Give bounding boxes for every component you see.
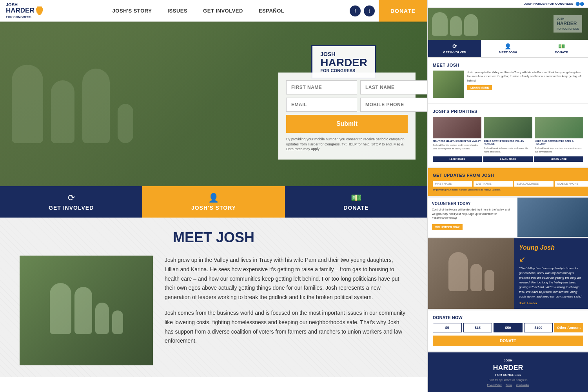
facebook-button[interactable]: f (350, 5, 361, 16)
priority-photo-1 (433, 117, 481, 138)
priority-desc-3: Josh will work to protect our communitie… (535, 147, 583, 153)
donate-50-btn[interactable]: $50 (494, 323, 523, 332)
sidebar-scroll: JOSH HARDER FOR CONGRESS 🔵🔵 JOSH HARDER … (428, 0, 588, 392)
donate-button[interactable]: DONATE (379, 0, 427, 22)
priority-learn-btn-3[interactable]: LEARN MORE (534, 156, 583, 162)
joshs-story-button[interactable]: 👤 JOSH'S STORY (142, 186, 285, 218)
sidebar-donate-icon: 💵 (558, 43, 565, 49)
young-josh-photo (428, 238, 514, 309)
priority-photo-2 (484, 117, 532, 138)
nav-get-involved[interactable]: GET INVOLVED (203, 8, 243, 14)
sidebar-tab-meet-josh-label: MEET JOSH (499, 51, 517, 54)
hero-background: JOSH HARDER FOR CONGRESS Submit By provi… (0, 22, 427, 186)
young-josh-arrow-icon: ↙ (519, 254, 583, 264)
volunteer-btn[interactable]: VOLUNTEER NOW (432, 224, 463, 230)
get-involved-icon: ⟳ (68, 193, 75, 203)
donate-5-btn[interactable]: $5 (433, 323, 462, 332)
footer-josh: JOSH (504, 359, 512, 362)
young-josh-label: Young Josh (519, 244, 583, 251)
sidebar-meet-text: Josh grew up in the Valley and lives in … (467, 71, 583, 83)
priority-learn-btn-2[interactable]: LEARN MORE (483, 156, 532, 162)
sidebar-mini-header: JOSH HARDER FOR CONGRESS 🔵🔵 (428, 0, 588, 8)
donate-icon: 💵 (351, 193, 361, 203)
meet-josh-photo (20, 256, 153, 365)
get-involved-button[interactable]: ⟳ GET INVOLVED (0, 186, 142, 218)
logo-line1: JOSH HARDER FOR CONGRESS (6, 2, 34, 20)
sidebar-updates-title: GET UPDATES FROM JOSH (433, 173, 583, 178)
form-contact-row (286, 98, 408, 112)
priority-desc-2: Josh will work to lower costs and make l… (484, 147, 532, 153)
email-input[interactable] (286, 98, 357, 112)
sidebar-priorities-section: JOSH'S PRIORITIES FIGHT FOR HEALTH CARE … (428, 104, 588, 167)
meet-josh-paragraph2: Josh comes from the business world and i… (165, 309, 408, 346)
volunteer-title: VOLUNTEER TODAY (432, 201, 514, 206)
form-disclaimer: By providing your mobile number, you con… (286, 137, 408, 152)
footer-unsub-link[interactable]: Unsubscribe (516, 384, 529, 386)
twitter-button[interactable]: t (364, 5, 375, 16)
sidebar-meet-josh-section: MEET JOSH Josh grew up in the Valley and… (428, 58, 588, 103)
updates-first-name[interactable] (433, 181, 472, 187)
sidebar-tab-donate[interactable]: 💵 DONATE (535, 40, 588, 57)
priority-label-2: BRING DOWN PRICES FOR VALLEY FAMILIES (484, 140, 532, 146)
phone-input[interactable] (360, 98, 427, 112)
donate-100-btn[interactable]: $100 (524, 323, 553, 332)
get-involved-label: GET INVOLVED (49, 205, 94, 211)
nav-espanol[interactable]: ESPAÑOL (259, 8, 284, 14)
meet-josh-section: MEET JOSH Josh grew up in the Valley and… (0, 218, 427, 377)
sidebar-meet-content: Josh grew up in the Valley and lives in … (433, 71, 583, 98)
sidebar-meet-josh-icon: 👤 (505, 43, 511, 49)
logo-area[interactable]: JOSH HARDER FOR CONGRESS (0, 2, 47, 20)
sidebar-hero: JOSH HARDER FOR CONGRESS (428, 8, 588, 40)
sidebar-tab-donate-label: DONATE (555, 51, 568, 54)
sidebar-tab-meet-josh[interactable]: 👤 MEET JOSH (481, 40, 535, 57)
updates-last-name[interactable] (474, 181, 513, 187)
young-josh-quote: "The Valley has been my family's home fo… (519, 266, 583, 299)
donate-action-button[interactable]: 💵 DONATE (285, 186, 427, 218)
social-links: f t (350, 5, 379, 16)
footer-terms-link[interactable]: Terms (506, 384, 512, 386)
footer-disclaimer: Paid for by Harder for Congress (434, 379, 582, 381)
volunteer-text-area: VOLUNTEER TODAY Control of the House wil… (428, 198, 517, 237)
california-shape-icon (36, 6, 43, 15)
updates-disclaimer: By providing your mobile number you cons… (433, 188, 583, 191)
sidebar-social-icons: 🔵🔵 (575, 2, 584, 6)
donate-15-btn[interactable]: $15 (463, 323, 492, 332)
sidebar-updates-section: GET UPDATES FROM JOSH SUBMIT By providin… (428, 168, 588, 196)
sidebar-panel: JOSH HARDER FOR CONGRESS 🔵🔵 JOSH HARDER … (427, 0, 588, 392)
priority-label-1: FIGHT FOR HEALTH CARE IN THE VALLEY (433, 140, 481, 143)
priority-label-3: KEEP OUR COMMUNITIES SAFE & HEALTHY (535, 140, 583, 146)
updates-email[interactable] (514, 181, 554, 187)
young-josh-attribution: Josh Harder (519, 301, 583, 305)
footer-harder: HARDER (434, 363, 582, 373)
nav-issues[interactable]: ISSUES (167, 8, 187, 14)
signup-form: Submit By providing your mobile number, … (278, 73, 416, 160)
sidebar-tab-get-involved-label: GET INVOLVED (443, 51, 466, 54)
priorities-buttons: LEARN MORE LEARN MORE LEARN MORE (433, 156, 583, 162)
meet-josh-content: Josh grew up in the Valley and lives in … (20, 256, 408, 365)
hero-logo-harder: HARDER (320, 57, 367, 68)
sidebar-volunteer-section: VOLUNTEER TODAY Control of the House wil… (428, 198, 588, 237)
sidebar-get-involved-icon: ⟳ (452, 43, 457, 49)
nav-joshs-story[interactable]: JOSH'S STORY (113, 8, 152, 14)
young-josh-content: Young Josh ↙ "The Valley has been my fam… (514, 238, 588, 309)
site-header: JOSH HARDER FOR CONGRESS JOSH'S STORY IS… (0, 0, 427, 22)
footer-privacy-link[interactable]: Privacy Policy (487, 384, 501, 386)
form-name-row (286, 80, 408, 94)
priority-item-3: KEEP OUR COMMUNITIES SAFE & HEALTHY Josh… (535, 117, 583, 153)
logo-harder: HARDER (6, 7, 34, 14)
priority-learn-btn-1[interactable]: LEARN MORE (433, 156, 482, 162)
priority-item-2: BRING DOWN PRICES FOR VALLEY FAMILIES Jo… (484, 117, 532, 153)
donate-submit-btn[interactable]: DONATE (433, 336, 583, 346)
updates-phone[interactable] (555, 181, 588, 187)
priority-photo-3 (535, 117, 583, 138)
sidebar-young-josh-section: Young Josh ↙ "The Valley has been my fam… (428, 238, 588, 309)
donate-label: DONATE (343, 205, 368, 211)
sidebar-meet-photo (433, 71, 464, 98)
form-submit-button[interactable]: Submit (286, 115, 408, 133)
sidebar-tab-get-involved[interactable]: ⟳ GET INVOLVED (428, 40, 481, 57)
first-name-input[interactable] (286, 80, 357, 94)
donate-other-btn[interactable]: Other Amount (554, 323, 583, 332)
last-name-input[interactable] (360, 80, 427, 94)
footer-links: Privacy Policy Terms Unsubscribe (434, 384, 582, 386)
sidebar-meet-learn-btn[interactable]: LEARN MORE (467, 85, 492, 90)
